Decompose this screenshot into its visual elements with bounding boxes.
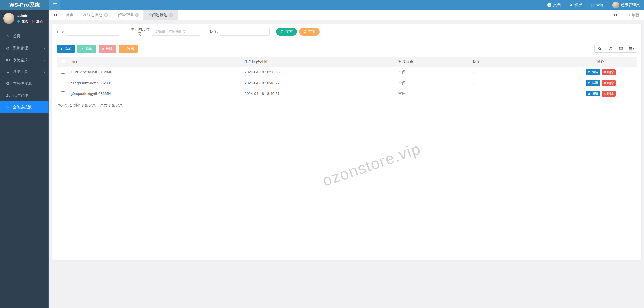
sidebar-item-label: 首页 [13, 34, 20, 39]
pid-label: PID: [57, 30, 64, 34]
search-icon [280, 30, 284, 33]
row-checkbox[interactable] [61, 70, 65, 74]
sidebar-item-home[interactable]: ⌂ 首页 [0, 30, 49, 42]
tab-refresh-button[interactable]: 刷新 [622, 10, 644, 20]
search-button-label: 搜索 [285, 29, 293, 34]
plus-icon: + [60, 47, 63, 51]
grid-icon [629, 47, 632, 51]
chevron-left-icon: ‹ [44, 69, 45, 74]
app-brand: WS-Pro系统 [0, 0, 49, 10]
sync-time-input[interactable] [152, 28, 200, 36]
pid-input[interactable] [66, 28, 119, 36]
header-sync-time: 生产同步时间 [243, 57, 396, 67]
x-icon: × [604, 81, 606, 85]
username: admin [17, 13, 43, 18]
tab-label: 首页 [66, 13, 73, 17]
fullscreen-button[interactable]: 全屏 [586, 0, 608, 10]
tab-home[interactable]: 首页 [61, 10, 78, 20]
heartbeat-icon [5, 82, 10, 86]
edit-icon [588, 92, 591, 95]
reset-button[interactable]: 重置 [299, 28, 320, 36]
row-delete-button[interactable]: ×删除 [602, 80, 616, 86]
toggle-view-button[interactable] [616, 45, 626, 53]
search-form: PID: 生产同步时间: 备注: 搜索 [52, 24, 641, 40]
note-input[interactable] [220, 28, 270, 36]
user-avatar[interactable] [3, 13, 14, 24]
export-button[interactable]: 导出 [119, 45, 138, 53]
tabs-scroll-right-button[interactable] [610, 10, 622, 20]
docs-link[interactable]: ? 文档 [543, 0, 565, 10]
tab-close-icon[interactable]: × [169, 13, 173, 17]
cell-status: 空闲 [396, 88, 471, 99]
delete-button-label: 删除 [106, 47, 113, 51]
row-checkbox[interactable] [61, 91, 65, 95]
lock-icon [569, 3, 573, 7]
row-checkbox[interactable] [61, 81, 65, 84]
navbar-role-label: 超级管理员 [621, 3, 640, 7]
header-note: 备注 [470, 57, 564, 67]
sidebar-item-system-monitor[interactable]: 系统监控 ‹ [0, 54, 49, 66]
user-menu[interactable]: 超级管理员 [608, 0, 644, 10]
cell-pid: 1l0fz64be3y45f0-912846 [69, 67, 243, 78]
sidebar-toggle-button[interactable] [49, 0, 60, 10]
modify-button-label: 修改 [86, 47, 93, 51]
double-chevron-left-icon [53, 13, 57, 17]
table-tools: ▾ [594, 45, 637, 53]
logout-link[interactable]: 注销 [31, 19, 43, 24]
tab-close-icon[interactable]: × [135, 13, 139, 17]
users-icon [5, 94, 10, 97]
sidebar: admin 在线 注销 ⌂ 首页 ⚙ 系统管理 ‹ 系统监控 [0, 10, 49, 308]
lock-screen-button[interactable]: 锁屏 [565, 0, 586, 10]
sidebar-item-online-pool[interactable]: 在线连接池 [0, 78, 49, 90]
online-status-label: 在线 [21, 19, 28, 24]
refresh-icon [608, 47, 612, 51]
gear-icon: ⚙ [5, 46, 10, 50]
tabs-scroll-left-button[interactable] [49, 10, 61, 20]
row-delete-button[interactable]: ×删除 [602, 91, 616, 97]
sign-out-icon [31, 20, 35, 23]
search-icon [598, 47, 602, 51]
tab-label: 空闲连接池 [148, 13, 167, 17]
heart-outline-icon: ♡ [5, 105, 10, 109]
select-all-checkbox[interactable] [61, 60, 65, 63]
question-circle-icon: ? [547, 3, 551, 7]
tab-proxy-management[interactable]: 代理管理 × [113, 10, 144, 20]
logout-label: 注销 [36, 19, 43, 24]
row-delete-button[interactable]: ×删除 [602, 69, 616, 75]
sidebar-item-idle-pool[interactable]: ♡ 空闲连接池 [0, 101, 49, 113]
x-icon: × [102, 47, 104, 51]
delete-button[interactable]: × 删除 [99, 45, 116, 53]
refresh-table-button[interactable] [605, 45, 616, 53]
tab-idle-pool[interactable]: 空闲连接池 × [144, 10, 178, 20]
add-button[interactable]: + 添加 [57, 45, 75, 53]
refresh-icon [303, 30, 307, 33]
row-edit-button[interactable]: 编辑 [586, 91, 600, 96]
row-edit-button[interactable]: 编辑 [586, 80, 600, 86]
search-button[interactable]: 搜索 [276, 28, 297, 36]
modify-button[interactable]: 修改 [77, 45, 96, 53]
table-row: g0nqootfexigy6l-086654 2024-04-18 18:40:… [57, 88, 637, 99]
tab-online-pool[interactable]: 在线连接池 × [78, 10, 113, 20]
data-table: PID 生产同步时间 对接状态 备注 操作 1l0fz64be3y45f0-91… [57, 57, 637, 99]
tab-close-icon[interactable]: × [104, 13, 108, 17]
tab-refresh-label: 刷新 [632, 13, 639, 17]
sidebar-user-panel: admin 在线 注销 [0, 10, 49, 27]
sidebar-item-system-tools[interactable]: ≡ 系统工具 ‹ [0, 66, 49, 78]
hamburger-icon [53, 3, 57, 7]
fullscreen-label: 全屏 [596, 3, 604, 7]
toggle-search-button[interactable] [594, 45, 605, 53]
row-edit-button[interactable]: 编辑 [586, 69, 600, 75]
sidebar-item-system-management[interactable]: ⚙ 系统管理 ‹ [0, 42, 49, 54]
columns-dropdown-button[interactable]: ▾ [626, 45, 637, 53]
pagination-summary: 显示第 1 到第 3 条记录，总共 3 条记录 [52, 99, 641, 112]
sidebar-item-label: 在线连接池 [13, 81, 32, 86]
navbar-right: ? 文档 锁屏 全屏 超级管理员 [543, 0, 644, 10]
edit-icon [588, 82, 591, 84]
sync-time-label: 生产同步时间: [130, 27, 151, 36]
top-navbar: WS-Pro系统 ? 文档 锁屏 全屏 超级管理员 [0, 0, 644, 10]
table-header-row: PID 生产同步时间 对接状态 备注 操作 [57, 57, 637, 67]
sidebar-item-proxy-management[interactable]: 代理管理 [0, 90, 49, 101]
cell-status: 空闲 [396, 78, 471, 88]
tab-bar: 首页 在线连接池 × 代理管理 × 空闲连接池 × 刷新 [49, 10, 644, 20]
download-icon [122, 47, 126, 51]
